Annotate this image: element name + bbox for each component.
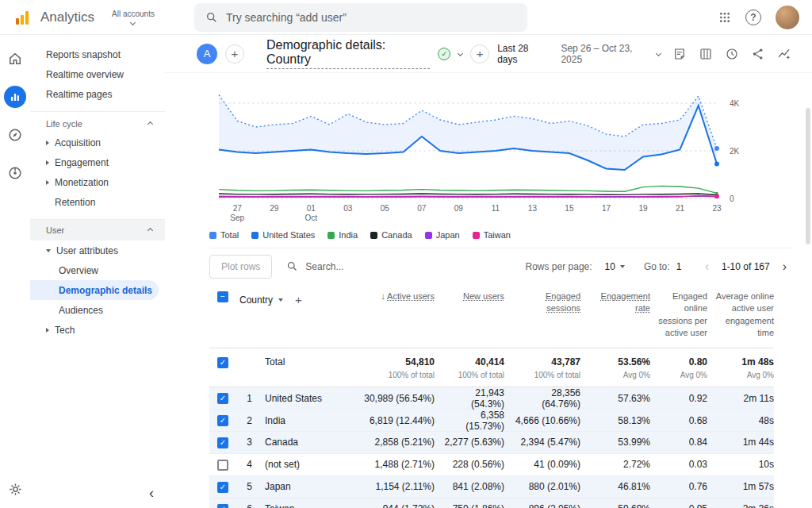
next-page-icon[interactable]: › <box>778 260 791 274</box>
share-icon[interactable] <box>751 47 765 61</box>
search-input[interactable] <box>226 11 516 24</box>
table-row[interactable]: ✓1United States30,989 (56.54%)21,943 (54… <box>209 387 774 410</box>
row-rank: 2 <box>236 415 255 426</box>
nav-item-realtime-overview[interactable]: Realtime overview <box>30 64 159 84</box>
row-checkbox[interactable]: ✓ <box>217 437 228 448</box>
clock-icon[interactable] <box>725 47 739 61</box>
svg-text:13: 13 <box>528 204 538 213</box>
row-checkbox-cell: ✓ <box>209 392 236 404</box>
row-checkbox[interactable]: ✓ <box>217 504 228 508</box>
legend-label: Japan <box>436 230 460 240</box>
global-search[interactable] <box>194 3 527 32</box>
apps-grid-icon[interactable] <box>718 11 731 24</box>
nav-item-audiences[interactable]: Audiences <box>30 300 159 320</box>
insights-icon[interactable] <box>777 47 791 61</box>
nav-item-acquisition[interactable]: Acquisition <box>30 133 159 152</box>
legend-item[interactable]: Total <box>209 230 239 240</box>
data-quality-check-icon[interactable]: ✓ <box>438 48 450 60</box>
row-checkbox[interactable]: ✓ <box>217 393 228 404</box>
row-metric-value: 1m 57s <box>707 481 774 492</box>
legend-item[interactable]: Taiwan <box>473 230 511 240</box>
explore-icon[interactable] <box>4 124 26 146</box>
help-icon[interactable]: ? <box>745 10 761 25</box>
row-metric-value: 58.13% <box>580 415 650 426</box>
comparison-avatar[interactable]: A <box>197 44 217 64</box>
nav-item-reports-snapshot[interactable]: Reports snapshot <box>30 44 159 64</box>
report-title[interactable]: Demographic details: Country <box>266 38 430 69</box>
report-main: A + Demographic details: Country ✓ + Las… <box>165 35 812 508</box>
nav-item-tech[interactable]: Tech <box>30 320 159 340</box>
account-switcher[interactable]: All accounts <box>112 10 155 25</box>
nav-item-user-attributes[interactable]: User attributes <box>30 241 159 260</box>
nav-item-demographic-details[interactable]: Demographic details <box>30 280 159 300</box>
previous-page-icon[interactable]: ‹ <box>700 260 714 274</box>
table-row[interactable]: ✓2India6,819 (12.44%)6,358 (15.73%)4,666… <box>209 410 774 432</box>
row-country: Taiwan <box>255 503 349 508</box>
column-header-avg-engagement-time[interactable]: Average online active user engagement ti… <box>707 291 774 340</box>
dimension-selector[interactable]: Country + <box>236 293 349 306</box>
compare-columns-icon[interactable] <box>699 47 713 61</box>
add-metric-icon[interactable]: + <box>470 44 489 64</box>
svg-text:Sep: Sep <box>230 214 244 222</box>
user-avatar[interactable] <box>776 6 799 29</box>
table-row[interactable]: 4(not set)1,488 (2.71%)228 (0.56%)41 (0.… <box>209 454 774 476</box>
chart-legend: TotalUnited StatesIndiaCanadaJapanTaiwan <box>165 229 812 244</box>
product-name: Analytics <box>40 10 94 25</box>
legend-item[interactable]: United States <box>251 230 315 240</box>
advertising-icon[interactable] <box>4 162 26 184</box>
row-checkbox[interactable]: ✓ <box>217 482 228 493</box>
go-to-input[interactable] <box>676 261 694 272</box>
column-header-engaged-sessions[interactable]: Engaged sessions <box>504 291 580 315</box>
column-header-engaged-sessions-per-user[interactable]: Engaged online sessions per active user <box>650 291 707 340</box>
table-header-row: − Country + ↓Active users New users Enga… <box>209 284 774 348</box>
note-icon[interactable] <box>672 47 687 61</box>
table-row[interactable]: ✓6Taiwan944 (1.72%)750 (1.86%)896 (2.05%… <box>209 498 774 508</box>
add-dimension-icon[interactable]: + <box>295 293 302 306</box>
nav-item-realtime-pages[interactable]: Realtime pages <box>30 84 159 104</box>
column-header-new-users[interactable]: New users <box>435 291 504 302</box>
nav-section-life-cycle[interactable]: Life cycle <box>30 111 165 133</box>
svg-text:0: 0 <box>730 194 734 203</box>
row-rank: 6 <box>236 503 255 508</box>
row-country: Canada <box>255 437 349 448</box>
date-range-picker[interactable]: Sep 26 – Oct 23, 2025 <box>561 43 661 65</box>
select-all-checkbox[interactable]: − <box>217 291 228 302</box>
nav-item-overview[interactable]: Overview <box>30 260 159 280</box>
svg-text:21: 21 <box>676 204 685 213</box>
home-icon[interactable] <box>4 48 26 70</box>
add-comparison-icon[interactable]: + <box>225 44 244 64</box>
trend-chart[interactable]: 02K4K27Sep2901Oct0305070911131517192123 <box>209 79 764 229</box>
chevron-down-icon[interactable] <box>458 51 463 56</box>
row-metric-value: 2,858 (5.21%) <box>349 437 435 448</box>
svg-text:19: 19 <box>638 204 648 213</box>
nav-label: Demographic details <box>59 285 152 296</box>
settings-gear-icon[interactable] <box>8 482 23 497</box>
analytics-logo-icon <box>16 10 29 25</box>
legend-item[interactable]: Canada <box>370 230 412 240</box>
chevron-down-icon <box>620 265 625 268</box>
nav-label: Realtime pages <box>46 89 112 100</box>
legend-item[interactable]: India <box>327 230 358 240</box>
row-metric-value: 21,943 (54.3%) <box>435 387 504 410</box>
vertical-scrollbar[interactable] <box>806 108 810 244</box>
row-checkbox[interactable]: ✓ <box>217 415 228 426</box>
reports-icon[interactable] <box>4 86 26 108</box>
column-header-active-users[interactable]: ↓Active users <box>349 291 435 302</box>
rows-per-page-select[interactable]: 10 <box>605 261 625 272</box>
table-search-input[interactable] <box>305 261 408 272</box>
table-search[interactable] <box>286 260 408 272</box>
collapse-nav-icon[interactable]: ‹ <box>149 485 154 502</box>
nav-item-monetization[interactable]: Monetization <box>30 172 159 192</box>
row-checkbox[interactable] <box>217 460 228 471</box>
total-row-checkbox[interactable]: ✓ <box>217 357 228 368</box>
column-header-engagement-rate[interactable]: Engagement rate <box>580 291 650 315</box>
table-row[interactable]: ✓3Canada2,858 (5.21%)2,277 (5.63%)2,394 … <box>209 432 774 454</box>
nav-label: Tech <box>55 325 75 336</box>
chevron-down-icon <box>130 20 136 25</box>
legend-item[interactable]: Japan <box>425 230 460 240</box>
plot-rows-button[interactable]: Plot rows <box>209 255 272 279</box>
table-row[interactable]: ✓5Japan1,154 (2.11%)841 (2.08%)880 (2.01… <box>209 476 774 498</box>
nav-item-retention[interactable]: Retention <box>30 192 159 212</box>
nav-section-user[interactable]: User <box>30 219 165 241</box>
nav-item-engagement[interactable]: Engagement <box>30 152 159 172</box>
